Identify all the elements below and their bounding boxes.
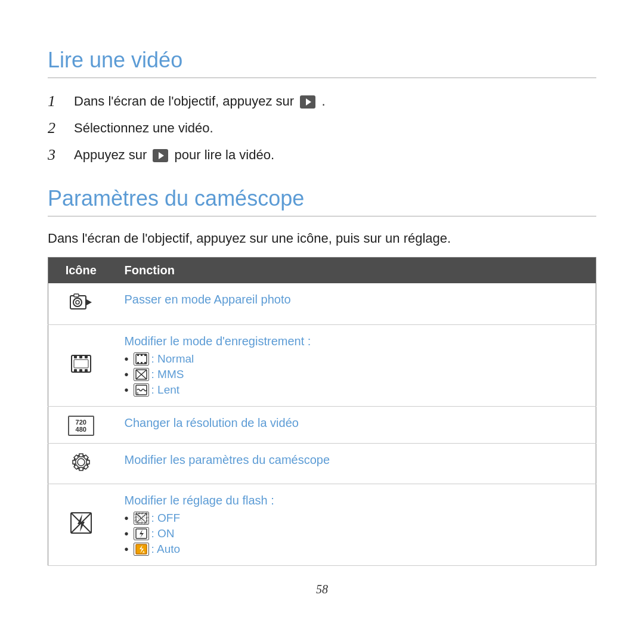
table-row: 720 480 Changer la résolution de la vidé… (48, 406, 596, 443)
svg-rect-11 (85, 369, 88, 372)
svg-point-2 (76, 301, 79, 304)
svg-rect-12 (74, 360, 88, 368)
section2-title: Paramètres du caméscope (48, 186, 596, 211)
icon-cell-camera (48, 283, 114, 325)
step-2-num: 2 (48, 119, 74, 137)
svg-rect-6 (74, 355, 77, 358)
svg-rect-27 (79, 454, 83, 457)
flash-on-label: : ON (151, 527, 175, 540)
table-row: Modifier le réglage du flash : : OFF (48, 484, 596, 565)
record-mms-label: : MMS (151, 368, 184, 381)
svg-point-26 (78, 459, 85, 466)
flash-off-icon (134, 512, 149, 525)
page-container: Lire une vidéo 1 Dans l'écran de l'objec… (48, 24, 596, 620)
svg-rect-7 (79, 355, 82, 358)
play-icon-inline-1 (300, 95, 315, 109)
section2-intro: Dans l'écran de l'objectif, appuyez sur … (48, 231, 596, 246)
func-cell-camera: Passer en mode Appareil photo (114, 283, 596, 325)
svg-rect-14 (137, 354, 139, 356)
flash-auto-label: : Auto (151, 543, 181, 556)
step-3-text: Appuyez sur pour lire la vidéo. (74, 146, 274, 165)
step-1: 1 Dans l'écran de l'objectif, appuyez su… (48, 92, 596, 111)
svg-rect-17 (137, 362, 139, 364)
svg-rect-15 (141, 354, 143, 356)
svg-rect-10 (79, 369, 82, 372)
func-list-item-slow: S : Lent (125, 383, 586, 397)
func-list-item-flash-on: : ON (125, 527, 586, 541)
func-list-record: : Normal : MMS (125, 352, 586, 397)
icon-cell-resolution: 720 480 (48, 406, 114, 443)
svg-text:A: A (143, 550, 145, 554)
section1-divider (48, 78, 596, 78)
steps-list: 1 Dans l'écran de l'objectif, appuyez su… (48, 92, 596, 164)
func-cell-resolution: Changer la résolution de la vidéo (114, 406, 596, 443)
func-text-camera: Passer en mode Appareil photo (125, 293, 291, 306)
svg-marker-4 (86, 299, 92, 305)
flash-auto-icon: A (134, 543, 149, 556)
func-title-flash: Modifier le réglage du flash : (125, 494, 274, 507)
func-list-item-normal: : Normal (125, 352, 586, 366)
page-number: 58 (48, 583, 596, 596)
record-normal-label: : Normal (151, 352, 194, 366)
settings-icon (70, 451, 92, 473)
svg-rect-30 (86, 460, 89, 464)
section2-divider (48, 216, 596, 216)
table-row: Passer en mode Appareil photo (48, 283, 596, 325)
record-mms-icon (134, 368, 149, 381)
func-list-item-mms: : MMS (125, 368, 586, 382)
svg-line-40 (136, 513, 147, 523)
camera-switch-icon (69, 290, 93, 314)
record-slow-icon: S (134, 383, 149, 397)
step-2-text: Sélectionnez une vidéo. (74, 119, 213, 138)
func-cell-flash: Modifier le réglage du flash : : OFF (114, 484, 596, 565)
func-list-flash: : OFF : ON (125, 512, 586, 556)
record-slow-label: : Lent (151, 383, 180, 397)
table-row: Modifier le mode d'enregistrement : (48, 324, 596, 406)
flash-off-label: : OFF (151, 512, 181, 525)
col-header-icone: Icône (48, 257, 114, 283)
step-3-num: 3 (48, 146, 74, 164)
func-list-item-flash-auto: A : Auto (125, 543, 586, 556)
record-normal-icon (134, 352, 149, 366)
flash-icon (69, 511, 93, 535)
record-mode-icon (69, 352, 93, 376)
func-text-settings: Modifier les paramètres du caméscope (125, 453, 330, 466)
svg-rect-16 (144, 354, 146, 356)
icon-cell-flash (48, 484, 114, 565)
svg-rect-3 (74, 294, 79, 297)
section1-title: Lire une vidéo (48, 48, 596, 73)
step-2: 2 Sélectionnez une vidéo. (48, 119, 596, 138)
table-row: Modifier les paramètres du caméscope (48, 443, 596, 484)
step-1-text: Dans l'écran de l'objectif, appuyez sur … (74, 92, 326, 111)
func-text-resolution: Changer la résolution de la vidéo (125, 416, 299, 429)
params-table: Icône Fonction (48, 257, 596, 566)
svg-rect-39 (136, 513, 147, 523)
icon-cell-record (48, 324, 114, 406)
svg-rect-8 (85, 355, 88, 358)
table-header-row: Icône Fonction (48, 257, 596, 283)
func-list-item-flash-off: : OFF (125, 512, 586, 525)
flash-on-icon (134, 527, 149, 540)
icon-cell-settings (48, 443, 114, 484)
step-3: 3 Appuyez sur pour lire la vidéo. (48, 146, 596, 165)
func-cell-settings: Modifier les paramètres du caméscope (114, 443, 596, 484)
func-title-record: Modifier le mode d'enregistrement : (125, 335, 311, 348)
svg-rect-9 (74, 369, 77, 372)
func-cell-record: Modifier le mode d'enregistrement : (114, 324, 596, 406)
svg-rect-28 (79, 467, 83, 470)
col-header-fonction: Fonction (114, 257, 596, 283)
resolution-icon: 720 480 (68, 416, 94, 436)
svg-rect-19 (144, 362, 146, 364)
svg-rect-18 (141, 362, 143, 364)
svg-rect-29 (73, 460, 76, 464)
svg-line-41 (136, 513, 147, 523)
step-1-num: 1 (48, 92, 74, 110)
play-icon-inline-3 (153, 149, 168, 162)
